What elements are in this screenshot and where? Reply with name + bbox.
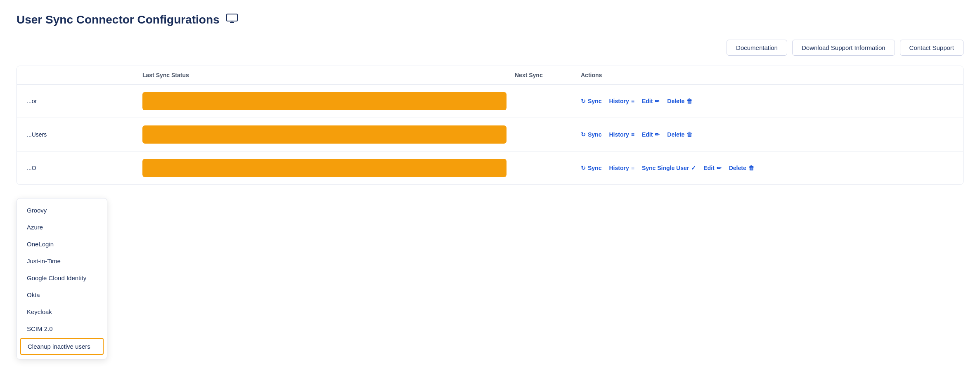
col-next-sync: Next Sync — [515, 72, 581, 78]
trash-icon-1: 🗑 — [686, 98, 692, 104]
documentation-button[interactable]: Documentation — [727, 40, 787, 56]
sync-button-3[interactable]: ↻ Sync — [581, 165, 601, 171]
download-support-button[interactable]: Download Support Information — [792, 40, 895, 56]
col-name — [27, 72, 142, 78]
history-button-2[interactable]: History ≡ — [609, 131, 634, 138]
sync-icon-1: ↻ — [581, 98, 586, 104]
delete-button-3[interactable]: Delete 🗑 — [729, 165, 754, 171]
status-bar-3 — [142, 159, 515, 177]
col-actions: Actions — [581, 72, 953, 78]
page-header: User Sync Connector Configurations — [17, 13, 963, 26]
dropdown-item-keycloak[interactable]: Keycloak — [17, 303, 107, 320]
connector-name-1: ...or — [27, 98, 142, 104]
monitor-icon — [226, 14, 238, 26]
dropdown-item-okta[interactable]: Okta — [17, 286, 107, 303]
edit-button-3[interactable]: Edit ✏ — [703, 165, 721, 171]
actions-1: ↻ Sync History ≡ Edit ✏ Delete 🗑 — [581, 98, 953, 104]
pencil-icon-1: ✏ — [655, 98, 660, 104]
filter-icon-1: ≡ — [631, 98, 634, 104]
table-header: Last Sync Status Next Sync Actions — [17, 66, 963, 85]
trash-icon-3: 🗑 — [748, 165, 754, 171]
pencil-icon-3: ✏ — [717, 165, 722, 171]
svg-rect-0 — [227, 14, 237, 21]
delete-button-1[interactable]: Delete 🗑 — [667, 98, 692, 104]
table-row: ...O ↻ Sync History ≡ Sync Single User ✓… — [17, 151, 963, 184]
top-actions-bar: Documentation Download Support Informati… — [17, 40, 963, 56]
dropdown-item-onelogin[interactable]: OneLogin — [17, 236, 107, 253]
table-row: ...Users ↻ Sync History ≡ Edit ✏ Delete … — [17, 118, 963, 151]
delete-button-2[interactable]: Delete 🗑 — [667, 131, 692, 138]
sync-button-1[interactable]: ↻ Sync — [581, 98, 601, 104]
col-last-sync: Last Sync Status — [142, 72, 515, 78]
dropdown-item-groovy[interactable]: Groovy — [17, 202, 107, 219]
bottom-section: Groovy Azure OneLogin Just-in-Time Googl… — [17, 195, 963, 220]
sync-single-user-button[interactable]: Sync Single User ✓ — [642, 165, 696, 171]
edit-button-1[interactable]: Edit ✏ — [642, 98, 660, 104]
dropdown-menu: Groovy Azure OneLogin Just-in-Time Googl… — [17, 198, 107, 359]
dropdown-item-google-cloud-identity[interactable]: Google Cloud Identity — [17, 269, 107, 286]
connector-name-2: ...Users — [27, 131, 142, 138]
trash-icon-2: 🗑 — [686, 131, 692, 138]
sync-icon-2: ↻ — [581, 131, 586, 138]
dropdown-item-azure[interactable]: Azure — [17, 219, 107, 236]
pencil-icon-2: ✏ — [655, 131, 660, 138]
page-title: User Sync Connector Configurations — [17, 13, 220, 26]
history-button-3[interactable]: History ≡ — [609, 165, 634, 171]
status-bar-2 — [142, 125, 515, 144]
connectors-table: Last Sync Status Next Sync Actions ...or… — [17, 66, 963, 185]
edit-button-2[interactable]: Edit ✏ — [642, 131, 660, 138]
contact-support-button[interactable]: Contact Support — [900, 40, 963, 56]
sync-button-2[interactable]: ↻ Sync — [581, 131, 601, 138]
sync-icon-3: ↻ — [581, 165, 586, 171]
table-row: ...or ↻ Sync History ≡ Edit ✏ Delete 🗑 — [17, 85, 963, 118]
actions-3: ↻ Sync History ≡ Sync Single User ✓ Edit… — [581, 165, 953, 171]
connector-name-3: ...O — [27, 165, 142, 171]
dropdown-item-just-in-time[interactable]: Just-in-Time — [17, 253, 107, 269]
filter-icon-3: ≡ — [631, 165, 634, 171]
dropdown-item-cleanup[interactable]: Cleanup inactive users — [20, 338, 104, 355]
status-bar-1 — [142, 92, 515, 110]
filter-icon-2: ≡ — [631, 131, 634, 138]
actions-2: ↻ Sync History ≡ Edit ✏ Delete 🗑 — [581, 131, 953, 138]
checkmark-icon: ✓ — [691, 165, 696, 171]
dropdown-item-scim[interactable]: SCIM 2.0 — [17, 320, 107, 337]
history-button-1[interactable]: History ≡ — [609, 98, 634, 104]
